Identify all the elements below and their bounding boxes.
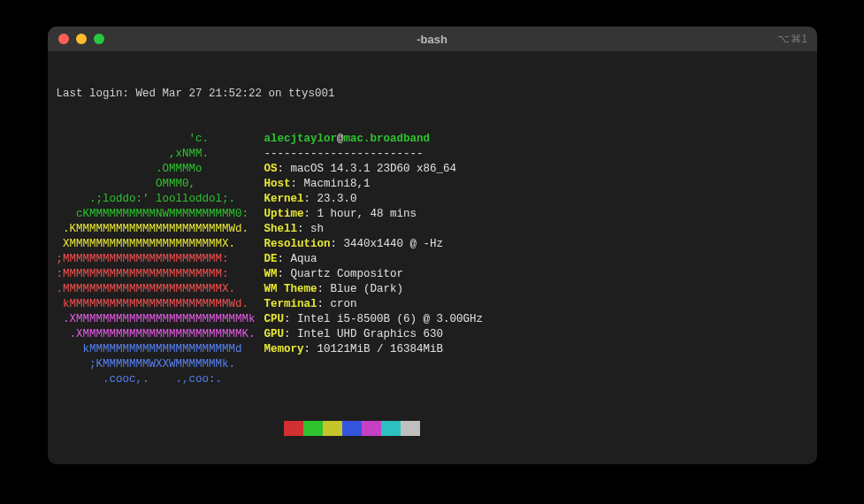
neofetch-output: 'c.alecjtaylor@mac.broadband ,xNMM.-----… — [57, 132, 808, 387]
close-button[interactable] — [58, 34, 69, 44]
maximize-button[interactable] — [94, 34, 104, 44]
terminal-body[interactable]: Last login: Wed Mar 27 21:52:22 on ttys0… — [48, 51, 817, 464]
color-swatch — [381, 421, 401, 436]
color-swatch — [284, 421, 303, 436]
terminal-window: -bash ⌥⌘1 Last login: Wed Mar 27 21:52:2… — [48, 27, 817, 464]
minimize-button[interactable] — [76, 34, 87, 44]
window-title: -bash — [417, 33, 447, 46]
color-swatch — [264, 421, 284, 436]
color-swatch — [303, 421, 323, 436]
color-palette-row-1 — [264, 421, 808, 436]
color-swatch — [323, 421, 342, 436]
color-swatch — [401, 421, 420, 436]
color-swatch — [362, 421, 381, 436]
traffic-lights — [48, 34, 104, 44]
titlebar-shortcut-indicator: ⌥⌘1 — [777, 33, 807, 45]
last-login-line: Last login: Wed Mar 27 21:52:22 on ttys0… — [57, 87, 808, 102]
color-swatch — [342, 421, 362, 436]
titlebar: -bash ⌥⌘1 — [48, 27, 817, 51]
